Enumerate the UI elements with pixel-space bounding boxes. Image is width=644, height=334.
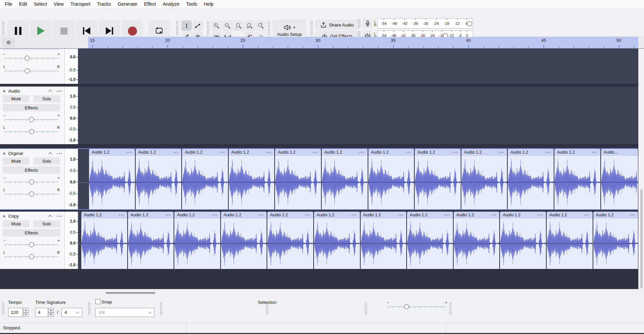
clip-menu-icon[interactable]: ··· xyxy=(127,150,132,155)
slider-knob[interactable] xyxy=(29,191,34,197)
clip-header[interactable]: Audio 1.2··· xyxy=(461,149,507,156)
clip-header[interactable]: Audio 1.2··· xyxy=(547,212,593,218)
envelope-tool-button[interactable] xyxy=(192,20,203,31)
slider-knob[interactable] xyxy=(29,129,34,134)
audio-clip[interactable]: Audio 1.2··· xyxy=(507,149,554,209)
clip-menu-icon[interactable]: ··· xyxy=(630,213,635,217)
menu-analyze[interactable]: Analyze xyxy=(159,0,183,8)
clip-header[interactable]: Audio 1.2··· xyxy=(500,212,546,218)
zoom-out-button[interactable]: − xyxy=(222,20,233,31)
end-toolbar-grip[interactable] xyxy=(449,302,452,315)
tempo-up-button[interactable]: ▲ xyxy=(23,308,29,313)
slider-knob[interactable] xyxy=(25,56,30,61)
track-copy[interactable]: ×Copy···MuteSoloEffects−+LR1.00.50.0-0.5… xyxy=(0,212,638,269)
clip-menu-icon[interactable]: ··· xyxy=(491,213,497,217)
recording-meter[interactable]: -54-48-42-36-30-24-18-12-6 xyxy=(377,18,473,29)
menu-generate[interactable]: Generate xyxy=(114,0,141,8)
clip-header[interactable]: Audio 1.2··· xyxy=(267,212,313,218)
clip-menu-icon[interactable]: ··· xyxy=(538,213,543,217)
track-menu-icon[interactable]: ··· xyxy=(57,214,62,219)
slider-knob[interactable] xyxy=(29,179,34,184)
clip-menu-icon[interactable]: ··· xyxy=(592,150,598,155)
slider-knob[interactable] xyxy=(25,68,30,73)
clip-menu-icon[interactable]: ··· xyxy=(398,213,404,217)
transport-toolbar-grip[interactable] xyxy=(2,20,4,35)
time-signature-up-button[interactable]: ▲ xyxy=(48,308,54,313)
audio-clip[interactable]: Audio 1.2··· xyxy=(89,149,135,209)
vertical-scrollbar-thumb[interactable] xyxy=(640,189,643,288)
clip-header[interactable]: Audio 1.2··· xyxy=(554,149,600,156)
clip-menu-icon[interactable]: ··· xyxy=(212,213,218,217)
audio-clip[interactable]: Audio 1.2··· xyxy=(81,212,128,269)
clip-header[interactable]: Audio 1.2··· xyxy=(593,212,638,218)
close-track-icon[interactable]: × xyxy=(3,213,6,219)
clip-menu-icon[interactable]: ··· xyxy=(119,213,125,217)
clip-menu-icon[interactable]: ··· xyxy=(584,213,590,217)
audio-clip[interactable]: Audio 1.2··· xyxy=(128,212,174,269)
clip-header[interactable]: Audio 1.2··· xyxy=(182,149,228,156)
clip-menu-icon[interactable]: ··· xyxy=(220,150,225,155)
menu-transport[interactable]: Transport xyxy=(67,0,94,8)
track-audio[interactable]: ×Audio···MuteSoloEffects−+LR1.00.50.0-0.… xyxy=(0,87,638,144)
time-toolbar-grip[interactable] xyxy=(160,302,162,315)
track-orginal[interactable]: ×Orginal···MuteSoloEffects−+LR1.00.50.0-… xyxy=(0,149,638,209)
zoom-toggle-button[interactable]: \ xyxy=(256,20,266,31)
audio-clip[interactable]: Audio 1.2··· xyxy=(368,149,415,209)
clip-header[interactable]: Audio 1.2··· xyxy=(314,212,360,218)
time-signature-upper-value[interactable]: 4 xyxy=(35,308,48,317)
slider-knob[interactable] xyxy=(29,242,34,247)
clip-menu-icon[interactable]: ··· xyxy=(499,150,505,155)
gain-slider[interactable]: −+ xyxy=(3,53,60,61)
edit-toolbar-grip[interactable] xyxy=(207,20,209,35)
audio-clip[interactable]: Audio 1.2··· xyxy=(453,212,500,269)
pan-slider[interactable]: LR xyxy=(3,126,60,135)
clip-header[interactable]: Audio 1.2··· xyxy=(415,149,461,156)
clip-menu-icon[interactable]: ··· xyxy=(359,150,365,155)
pan-slider[interactable]: LR xyxy=(3,188,60,197)
waveform-area[interactable]: Audio 1.2···Audio 1.2···Audio 1.2···Audi… xyxy=(78,212,638,269)
audio-clip[interactable]: Audio 1.2··· xyxy=(321,149,368,209)
fit-project-button[interactable]: ⊷ xyxy=(244,20,255,31)
clip-menu-icon[interactable]: ··· xyxy=(266,150,272,155)
menu-select[interactable]: Select xyxy=(31,0,50,8)
horizontal-scrollbar[interactable] xyxy=(0,289,644,297)
clip-menu-icon[interactable]: ··· xyxy=(166,213,171,217)
menu-edit[interactable]: Edit xyxy=(16,0,31,8)
pan-slider[interactable]: LR xyxy=(3,251,60,260)
effects-button[interactable]: Effects xyxy=(3,229,60,236)
recording-volume-knob[interactable] xyxy=(467,21,472,26)
menu-effect[interactable]: Effect xyxy=(141,0,159,8)
clip-menu-icon[interactable]: ··· xyxy=(545,150,551,155)
clip-header[interactable]: Audio 1.2··· xyxy=(322,149,368,156)
mute-button[interactable]: Mute xyxy=(3,158,30,165)
snap-checkbox[interactable] xyxy=(95,299,100,304)
slider-knob[interactable] xyxy=(29,254,34,259)
solo-button[interactable]: Solo xyxy=(33,95,60,102)
waveform-area[interactable] xyxy=(78,87,638,144)
audio-clip[interactable]: Audio 1.2··· xyxy=(135,149,182,209)
close-track-icon[interactable]: × xyxy=(3,88,6,94)
audio-clip[interactable]: Audio 1.2··· xyxy=(500,212,546,269)
clip-menu-icon[interactable]: ··· xyxy=(305,213,311,217)
effects-button[interactable]: Effects xyxy=(3,166,60,174)
speed-slider-knob[interactable] xyxy=(404,304,409,309)
setup-toolbar-grip[interactable] xyxy=(268,20,270,35)
share-audio-button[interactable]: Share Audio xyxy=(315,20,359,30)
clip-menu-icon[interactable]: ··· xyxy=(445,213,450,217)
audio-clip[interactable]: Audio... xyxy=(601,149,638,209)
audio-clip[interactable]: Audio 1.2··· xyxy=(461,149,508,209)
vertical-scale-ruler[interactable]: 0.0-0.5-1.0 xyxy=(65,49,78,84)
clip-header[interactable]: Audio 1.2··· xyxy=(407,212,453,218)
clip-header[interactable]: Audio 1.2··· xyxy=(89,149,135,156)
clip-header[interactable]: Audio 1.2··· xyxy=(454,212,500,218)
audio-clip[interactable]: Audio 1.2··· xyxy=(267,212,314,269)
audio-clip[interactable]: Audio 1.2··· xyxy=(546,212,593,269)
waveform-area[interactable] xyxy=(78,49,638,84)
clip-header[interactable]: Audio 1.2··· xyxy=(361,212,407,218)
time-signature-lower-select[interactable]: 4 xyxy=(61,308,82,317)
clip-header[interactable]: Audio 1.2··· xyxy=(508,149,554,156)
audio-clip[interactable]: Audio 1.2··· xyxy=(314,212,360,269)
audio-clip[interactable]: Audio 1.2··· xyxy=(228,149,275,209)
audio-clip[interactable]: Audio 1.2··· xyxy=(593,212,638,269)
waveform-area[interactable]: Audio 1.2···Audio 1.2···Audio 1.2···Audi… xyxy=(78,149,638,209)
